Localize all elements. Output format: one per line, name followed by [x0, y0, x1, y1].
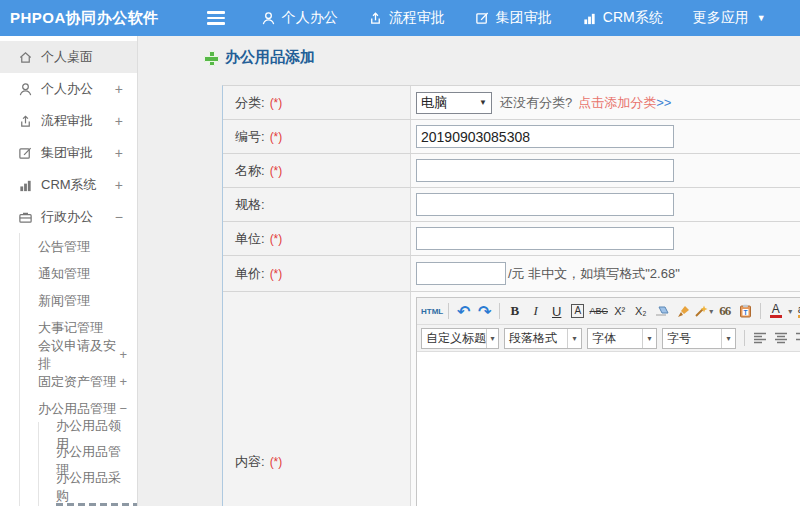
brush-icon — [676, 305, 690, 318]
toolbar-separator — [744, 330, 745, 346]
sidebar-item-news-mgmt[interactable]: 新闻管理 — [20, 287, 137, 314]
required-marker: (*) — [270, 455, 283, 469]
highlight-color-button[interactable]: ab — [794, 301, 800, 322]
sidebar-item-supplies-purchase[interactable]: 办公用品采购 — [39, 474, 137, 500]
font-color-glyph: A — [772, 304, 780, 314]
collapse-minus-icon[interactable]: − — [119, 401, 127, 416]
chevron-down-icon: ▾ — [721, 329, 735, 348]
add-supply-form: 分类: (*) 电脑 ▼ 还没有分类? 点击添加分类>> 编号: — [222, 85, 800, 506]
superscript-button[interactable]: X² — [610, 301, 629, 322]
align-left-button[interactable] — [750, 328, 769, 349]
price-input[interactable] — [416, 262, 506, 285]
expand-plus-icon[interactable]: + — [119, 347, 127, 362]
form-row-content: 内容: (*) HTML ↶ ↷ B I U — [223, 292, 800, 506]
sidebar-item-label: 新闻管理 — [38, 292, 90, 310]
sidebar-item-fixed-assets[interactable]: 固定资产管理 + — [20, 368, 137, 395]
editor-toolbar-row2: 自定义标题 ▾ 段落格式 ▾ 字体 ▾ — [417, 325, 800, 352]
html-source-button[interactable]: HTML — [421, 301, 443, 322]
edit-icon — [17, 145, 33, 161]
name-input[interactable] — [416, 159, 674, 182]
sidebar-item-workflow-approval[interactable]: 流程审批 + — [0, 105, 137, 137]
select-value: 段落格式 — [509, 330, 557, 347]
required-marker: (*) — [270, 267, 283, 281]
align-left-icon — [753, 332, 767, 344]
remove-format-eraser-button[interactable] — [652, 301, 671, 322]
required-marker: (*) — [270, 96, 283, 110]
align-right-button[interactable] — [792, 328, 800, 349]
auto-typeset-wand-button[interactable]: ▾ — [694, 301, 713, 322]
italic-button[interactable]: I — [526, 301, 545, 322]
add-category-link[interactable]: 点击添加分类>> — [578, 94, 671, 112]
nav-more-apps[interactable]: 更多应用 ▼ — [693, 9, 766, 27]
blockquote-button[interactable]: 66 — [715, 301, 734, 322]
field-label: 单位: (*) — [223, 222, 411, 255]
spec-input[interactable] — [416, 193, 674, 216]
font-size-select[interactable]: 字号 ▾ — [662, 328, 736, 349]
hamburger-bar — [207, 11, 225, 14]
field-value: 电脑 ▼ 还没有分类? 点击添加分类>> — [411, 86, 800, 119]
format-brush-button[interactable] — [673, 301, 692, 322]
add-plus-icon — [204, 51, 217, 64]
form-row-category: 分类: (*) 电脑 ▼ 还没有分类? 点击添加分类>> — [223, 86, 800, 120]
category-select[interactable]: 电脑 ▼ — [416, 92, 492, 114]
home-icon — [17, 49, 33, 65]
sidebar-item-announcement-mgmt[interactable]: 公告管理 — [20, 233, 137, 260]
redo-button[interactable]: ↷ — [475, 301, 494, 322]
editor-content-area[interactable] — [417, 352, 800, 506]
hamburger-menu-icon[interactable] — [207, 11, 227, 25]
sidebar-item-personal-office[interactable]: 个人办公 + — [0, 73, 137, 105]
expand-plus-icon[interactable]: + — [115, 113, 123, 129]
toolbar-separator — [448, 303, 449, 319]
label-text: 单价: — [235, 265, 265, 283]
expand-plus-icon[interactable]: + — [115, 177, 123, 193]
expand-plus-icon[interactable]: + — [115, 81, 123, 97]
expand-plus-icon[interactable]: + — [119, 374, 127, 389]
sidebar-item-crm-system[interactable]: CRM系统 + — [0, 169, 137, 201]
price-format-hint: /元 非中文，如填写格式"2.68" — [508, 265, 680, 283]
nav-group-approval[interactable]: 集团审批 — [475, 9, 552, 27]
share-up-icon — [17, 113, 33, 129]
required-marker: (*) — [270, 232, 283, 246]
app-window: PHPOA协同办公软件 个人办公 流程审批 — [0, 0, 800, 506]
expand-plus-icon[interactable]: + — [115, 145, 123, 161]
custom-title-select[interactable]: 自定义标题 ▾ — [421, 328, 499, 349]
sidebar-item-label: 大事记管理 — [38, 319, 103, 337]
field-value — [411, 222, 800, 255]
form-row-name: 名称: (*) — [223, 154, 800, 188]
sidebar-item-personal-desktop[interactable]: 个人桌面 — [0, 41, 137, 73]
sidebar-item-notice-mgmt[interactable]: 通知管理 — [20, 260, 137, 287]
sidebar-item-meeting-request[interactable]: 会议申请及安排 + — [20, 341, 137, 368]
paste-plain-text-button[interactable]: T — [736, 301, 755, 322]
hamburger-bar — [207, 22, 225, 25]
font-color-button[interactable]: A — [766, 301, 785, 322]
bar-chart-icon — [582, 11, 597, 26]
collapse-minus-icon[interactable]: − — [115, 209, 123, 225]
font-family-select[interactable]: 字体 ▾ — [587, 328, 657, 349]
bold-button[interactable]: B — [505, 301, 524, 322]
field-label: 规格: — [223, 188, 411, 221]
nav-personal-office[interactable]: 个人办公 — [261, 9, 338, 27]
sidebar-item-group-approval[interactable]: 集团审批 + — [0, 137, 137, 169]
sidebar: 个人桌面 个人办公 + 流程审批 + — [0, 36, 138, 506]
font-name-button[interactable]: A — [568, 301, 587, 322]
sidebar-item-admin-office[interactable]: 行政办公 − — [0, 201, 137, 233]
nav-workflow-approval[interactable]: 流程审批 — [368, 9, 445, 27]
underline-button[interactable]: U — [547, 301, 566, 322]
paragraph-format-select[interactable]: 段落格式 ▾ — [504, 328, 582, 349]
hamburger-bar — [207, 17, 225, 20]
align-center-button[interactable] — [771, 328, 790, 349]
nav-crm-system[interactable]: CRM系统 — [582, 9, 663, 27]
code-input[interactable] — [416, 125, 674, 148]
toolbar-separator — [499, 303, 500, 319]
subscript-button[interactable]: X₂ — [631, 301, 650, 322]
field-value — [411, 120, 800, 153]
undo-button[interactable]: ↶ — [454, 301, 473, 322]
required-marker: (*) — [270, 164, 283, 178]
form-row-spec: 规格: — [223, 188, 800, 222]
label-text: 单位: — [235, 230, 265, 248]
unit-input[interactable] — [416, 227, 674, 250]
field-value: /元 非中文，如填写格式"2.68" — [411, 256, 800, 291]
strikethrough-button[interactable]: ABC — [589, 301, 608, 322]
bar-chart-icon — [17, 177, 33, 193]
nav-label: CRM系统 — [603, 9, 663, 27]
